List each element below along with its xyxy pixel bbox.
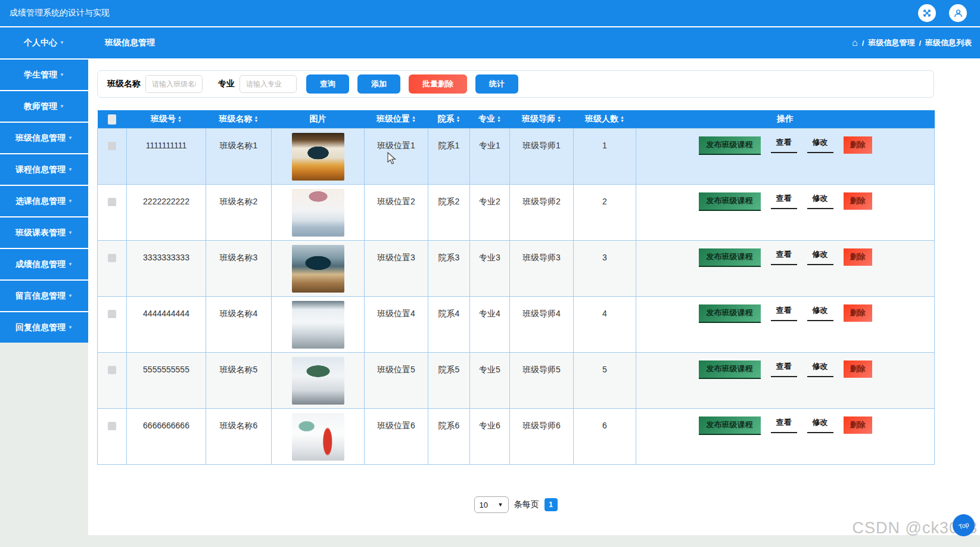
publish-class-course-button[interactable]: 发布班级课程 bbox=[699, 248, 761, 266]
cell-major: 专业4 bbox=[470, 296, 510, 352]
cell-class-no: 4444444444 bbox=[127, 296, 206, 352]
cell-count: 1 bbox=[574, 128, 636, 184]
edit-link[interactable]: 修改 bbox=[807, 137, 833, 153]
col-class-name[interactable]: 班级名称▲▼ bbox=[206, 110, 272, 128]
edit-link[interactable]: 修改 bbox=[807, 361, 833, 377]
app-title: 成绩管理系统的设计与实现 bbox=[10, 8, 110, 18]
cell-major: 专业2 bbox=[470, 184, 510, 240]
row-checkbox[interactable] bbox=[108, 310, 116, 318]
table-row: 1111111111 班级名称1 班级位置1 院系1 专业1 班级导师1 1 发… bbox=[98, 128, 935, 184]
cell-advisor: 班级导师6 bbox=[510, 408, 574, 464]
cell-class-no: 6666666666 bbox=[127, 408, 206, 464]
user-icon[interactable] bbox=[949, 4, 967, 22]
sort-icon[interactable]: ▲▼ bbox=[620, 116, 624, 123]
edit-link[interactable]: 修改 bbox=[807, 249, 833, 265]
publish-class-course-button[interactable]: 发布班级课程 bbox=[699, 304, 761, 322]
view-link[interactable]: 查看 bbox=[771, 137, 797, 153]
edit-link[interactable]: 修改 bbox=[807, 417, 833, 433]
nav-tab-class-info[interactable]: 班级信息管理 bbox=[105, 38, 155, 48]
stats-button[interactable]: 统计 bbox=[475, 74, 518, 94]
page-button-1[interactable]: 1 bbox=[545, 498, 558, 511]
sort-icon[interactable]: ▲▼ bbox=[178, 116, 182, 123]
class-name-label: 班级名称 bbox=[107, 79, 141, 89]
sidebar-item-label: 班级课表管理 bbox=[15, 228, 66, 238]
sort-icon[interactable]: ▲▼ bbox=[254, 116, 259, 123]
delete-button[interactable]: 删除 bbox=[844, 192, 872, 210]
col-location[interactable]: 班级位置▲▼ bbox=[365, 110, 428, 128]
publish-class-course-button[interactable]: 发布班级课程 bbox=[699, 192, 761, 210]
col-class-no[interactable]: 班级号▲▼ bbox=[127, 110, 206, 128]
col-count[interactable]: 班级人数▲▼ bbox=[574, 110, 636, 128]
page-size-select[interactable]: 10 ▼ bbox=[474, 496, 509, 513]
table-row: 6666666666 班级名称6 班级位置6 院系6 专业6 班级导师6 6 发… bbox=[98, 408, 935, 464]
row-checkbox[interactable] bbox=[108, 254, 116, 262]
sort-icon[interactable]: ▲▼ bbox=[497, 116, 501, 123]
cell-class-name: 班级名称1 bbox=[206, 128, 272, 184]
sidebar-item-label: 回复信息管理 bbox=[15, 322, 66, 333]
cell-count: 6 bbox=[574, 408, 636, 464]
class-name-input[interactable] bbox=[145, 75, 203, 93]
view-link[interactable]: 查看 bbox=[771, 361, 797, 377]
sidebar-item-course-selection[interactable]: 选课信息管理▼ bbox=[0, 185, 88, 216]
navbar: 个人中心▼ 班级信息管理 ⌂ / 班级信息管理 / 班级信息列表 bbox=[0, 27, 980, 58]
user-center-menu[interactable]: 个人中心▼ bbox=[0, 38, 88, 48]
delete-button[interactable]: 删除 bbox=[844, 304, 872, 322]
delete-button[interactable]: 删除 bbox=[844, 136, 872, 154]
row-checkbox[interactable] bbox=[108, 422, 116, 430]
cell-location: 班级位置3 bbox=[365, 240, 428, 296]
delete-button[interactable]: 删除 bbox=[844, 248, 872, 266]
edit-link[interactable]: 修改 bbox=[807, 305, 833, 321]
cell-major: 专业1 bbox=[470, 128, 510, 184]
table-row: 5555555555 班级名称5 班级位置5 院系5 专业5 班级导师5 5 发… bbox=[98, 352, 935, 408]
cell-major: 专业5 bbox=[470, 352, 510, 408]
query-button[interactable]: 查询 bbox=[306, 74, 349, 94]
col-advisor[interactable]: 班级导师▲▼ bbox=[510, 110, 574, 128]
breadcrumb-separator: / bbox=[862, 39, 864, 48]
fullscreen-icon[interactable] bbox=[918, 4, 936, 22]
publish-class-course-button[interactable]: 发布班级课程 bbox=[699, 360, 761, 378]
col-department[interactable]: 院系▲▼ bbox=[428, 110, 470, 128]
add-button[interactable]: 添加 bbox=[357, 74, 400, 94]
sidebar: 学生管理▼ 教师管理▼ 班级信息管理▼ 课程信息管理▼ 选课信息管理▼ 班级课表… bbox=[0, 58, 88, 343]
sidebar-item-label: 班级信息管理 bbox=[15, 133, 66, 144]
chevron-down-icon: ▼ bbox=[68, 293, 73, 299]
sidebar-item-grade-info[interactable]: 成绩信息管理▼ bbox=[0, 248, 88, 279]
sidebar-item-message-info[interactable]: 留言信息管理▼ bbox=[0, 279, 88, 311]
chevron-down-icon: ▼ bbox=[68, 325, 73, 330]
view-link[interactable]: 查看 bbox=[771, 249, 797, 265]
row-checkbox[interactable] bbox=[108, 198, 116, 206]
row-checkbox[interactable] bbox=[108, 142, 116, 150]
row-checkbox[interactable] bbox=[108, 366, 116, 374]
sort-icon[interactable]: ▲▼ bbox=[557, 116, 561, 123]
select-all-checkbox[interactable] bbox=[108, 114, 116, 125]
cell-location: 班级位置6 bbox=[365, 408, 428, 464]
delete-button[interactable]: 删除 bbox=[844, 417, 872, 434]
view-link[interactable]: 查看 bbox=[771, 305, 797, 321]
sidebar-item-course-info[interactable]: 课程信息管理▼ bbox=[0, 153, 88, 185]
cell-department: 院系2 bbox=[428, 184, 470, 240]
major-input[interactable] bbox=[239, 75, 297, 93]
sidebar-item-label: 留言信息管理 bbox=[15, 291, 66, 302]
main-content: 班级名称 专业 查询 添加 批量删除 统计 班级号▲▼ 班级名称▲▼ 图片 bbox=[88, 58, 980, 535]
sidebar-item-class-info[interactable]: 班级信息管理▼ bbox=[0, 122, 88, 153]
view-link[interactable]: 查看 bbox=[771, 417, 797, 433]
sidebar-item-label: 成绩信息管理 bbox=[15, 259, 66, 270]
sort-icon[interactable]: ▲▼ bbox=[456, 116, 461, 123]
col-major[interactable]: 专业▲▼ bbox=[470, 110, 510, 128]
cell-department: 院系6 bbox=[428, 408, 470, 464]
user-center-label: 个人中心 bbox=[24, 38, 57, 47]
row-actions: 发布班级课程 查看 修改 删除 bbox=[636, 417, 934, 434]
sidebar-item-teachers[interactable]: 教师管理▼ bbox=[0, 90, 88, 122]
delete-button[interactable]: 删除 bbox=[844, 360, 872, 378]
batch-delete-button[interactable]: 批量删除 bbox=[409, 74, 467, 94]
view-link[interactable]: 查看 bbox=[771, 193, 797, 209]
edit-link[interactable]: 修改 bbox=[807, 193, 833, 209]
publish-class-course-button[interactable]: 发布班级课程 bbox=[699, 417, 761, 434]
sidebar-item-students[interactable]: 学生管理▼ bbox=[0, 58, 88, 90]
breadcrumb-item-1[interactable]: 班级信息管理 bbox=[868, 38, 914, 48]
sidebar-item-reply-info[interactable]: 回复信息管理▼ bbox=[0, 311, 88, 343]
sort-icon[interactable]: ▲▼ bbox=[412, 116, 416, 123]
home-icon[interactable]: ⌂ bbox=[852, 38, 858, 48]
publish-class-course-button[interactable]: 发布班级课程 bbox=[699, 136, 761, 154]
sidebar-item-class-schedule[interactable]: 班级课表管理▼ bbox=[0, 216, 88, 248]
